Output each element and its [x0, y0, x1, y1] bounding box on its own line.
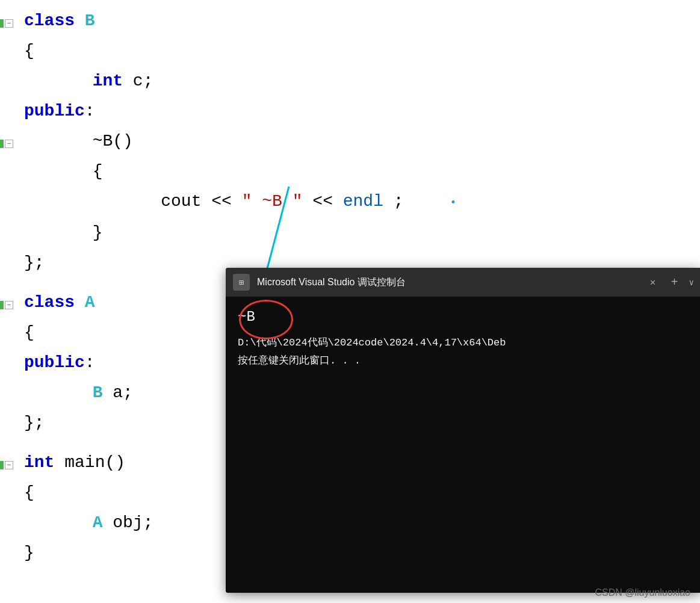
- code-content: {: [18, 37, 700, 65]
- operator: <<: [211, 192, 241, 211]
- gutter: −: [0, 301, 18, 309]
- brace: {: [93, 162, 103, 181]
- terminal-body: ~B D:\代码\2024代码\2024code\2024.4\4,17\x64…: [226, 297, 700, 593]
- main-func: main(): [54, 453, 125, 472]
- code-line: {: [0, 156, 700, 187]
- code-line: public:: [0, 96, 700, 126]
- brace-close: }: [24, 543, 34, 562]
- type-a: A: [93, 513, 103, 532]
- semicolon: ;: [394, 192, 404, 211]
- colon: :: [85, 353, 95, 372]
- terminal-path: D:\代码\2024代码\2024code\2024.4\4,17\x64\De…: [238, 335, 689, 351]
- code-line: {: [0, 36, 700, 66]
- brace-close-semi: };: [24, 413, 45, 432]
- class-name-a: A: [85, 293, 95, 312]
- keyword-int: int: [93, 72, 123, 90]
- brace: {: [24, 42, 34, 60]
- terminal-chevron-button[interactable]: ∨: [689, 277, 694, 288]
- code-content: int c;: [18, 67, 700, 95]
- string-literal: " ~B ": [242, 192, 303, 211]
- var-c: c;: [123, 72, 153, 90]
- keyword-public: public: [24, 353, 85, 372]
- code-line: cout << " ~B " << endl ; •: [0, 187, 700, 218]
- var-a: a;: [102, 383, 132, 402]
- terminal-output-b: ~B: [238, 306, 689, 328]
- collapse-button[interactable]: −: [5, 461, 13, 469]
- brace: {: [24, 483, 34, 502]
- operator: <<: [312, 192, 342, 211]
- terminal-new-tab-button[interactable]: +: [667, 275, 682, 289]
- destructor: ~B(): [93, 132, 133, 150]
- brace-close: }: [93, 223, 103, 242]
- keyword-public: public: [24, 102, 85, 120]
- code-content: }: [18, 219, 700, 247]
- gutter: −: [0, 19, 18, 28]
- code-content: ~B(): [18, 128, 700, 155]
- gutter: −: [0, 140, 18, 148]
- code-content: {: [18, 158, 700, 185]
- code-line: int c;: [0, 66, 700, 96]
- collapse-button[interactable]: −: [5, 301, 13, 309]
- brace: {: [24, 323, 34, 342]
- keyword-class: class: [24, 11, 85, 30]
- brace-close-semi: };: [24, 253, 45, 272]
- terminal-close-button[interactable]: ✕: [646, 275, 660, 289]
- code-content: public:: [18, 97, 700, 125]
- terminal-press-key: 按任意键关闭此窗口. . .: [238, 353, 689, 369]
- collapse-button[interactable]: −: [5, 19, 13, 28]
- collapse-button[interactable]: −: [5, 140, 13, 148]
- terminal-window: ⊞ Microsoft Visual Studio 调试控制台 ✕ + ∨ ~B…: [226, 268, 700, 593]
- terminal-title: Microsoft Visual Studio 调试控制台: [257, 276, 639, 289]
- colon: :: [85, 102, 95, 120]
- terminal-titlebar: ⊞ Microsoft Visual Studio 调试控制台 ✕ + ∨: [226, 268, 700, 297]
- class-name-b: B: [85, 11, 95, 30]
- keyword-int: int: [24, 453, 54, 472]
- terminal-icon: ⊞: [233, 274, 250, 291]
- code-line: − class B: [0, 6, 700, 36]
- keyword-endl: endl: [343, 192, 383, 211]
- code-line: − ~B(): [0, 126, 700, 156]
- code-content: cout << " ~B " << endl ; •: [18, 188, 700, 217]
- code-content: class B: [18, 7, 700, 35]
- cout-keyword: cout: [161, 192, 201, 211]
- keyword-class: class: [24, 293, 85, 312]
- csdn-watermark: CSDN @liuyunluoxiao: [595, 587, 690, 598]
- dot-annotation: •: [450, 197, 456, 209]
- type-b: B: [93, 383, 103, 402]
- gutter: −: [0, 461, 18, 469]
- var-obj: obj;: [102, 513, 153, 532]
- code-line: }: [0, 218, 700, 248]
